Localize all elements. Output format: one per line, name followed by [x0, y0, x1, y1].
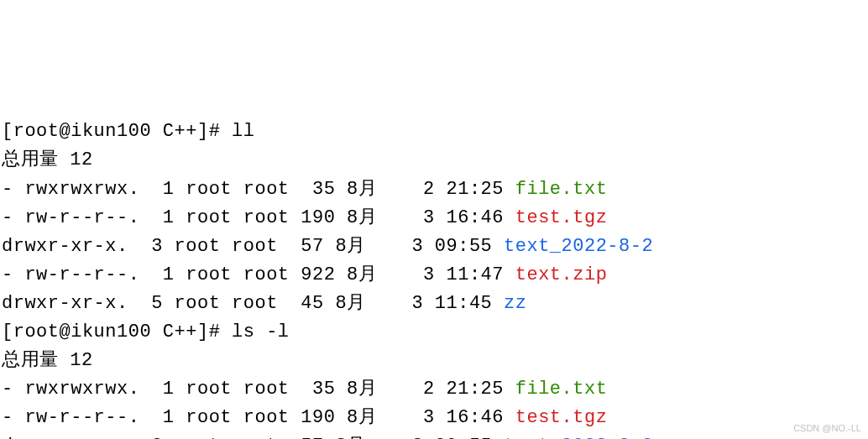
time: 16:46 — [447, 407, 505, 428]
day: 3 — [411, 264, 434, 285]
month: 8月 — [347, 407, 377, 428]
owner: root — [175, 236, 221, 257]
prompt-user-host: root@ikun100 — [13, 321, 151, 342]
month: 8月 — [347, 179, 377, 200]
group: root — [243, 264, 290, 285]
time: 21:25 — [447, 379, 505, 400]
watermark: CSDN @NO.-LL — [793, 421, 861, 436]
file-name: file.txt — [515, 179, 608, 200]
month: 8月 — [335, 293, 365, 314]
file-name: text_2022-8-2 — [504, 236, 653, 257]
listing-2: - rwxrwxrwx. 1 root root 35 8月 2 21:25 f… — [2, 379, 653, 439]
size: 45 — [290, 293, 324, 314]
owner: root — [175, 293, 221, 314]
month: 8月 — [347, 264, 377, 285]
size: 57 — [290, 436, 324, 439]
size: 35 — [301, 379, 335, 400]
list-row: - rw-r--r--. 1 root root 190 8月 3 16:46 … — [2, 407, 607, 428]
command-text: ls -l — [232, 321, 290, 342]
links: 3 — [151, 236, 163, 257]
time: 11:47 — [447, 264, 505, 285]
terminal-output: [root@ikun100 C++]# ll 总用量 12 - rwxrwxrw… — [2, 118, 866, 439]
time: 11:45 — [435, 293, 493, 314]
day: 3 — [400, 436, 423, 439]
list-row: - rw-r--r--. 1 root root 922 8月 3 11:47 … — [2, 264, 607, 285]
total-line-2: 总用量 12 — [2, 350, 93, 371]
prompt-line-2[interactable]: [root@ikun100 C++]# ls -l — [2, 321, 290, 342]
time: 09:55 — [435, 236, 493, 257]
links: 1 — [163, 179, 175, 200]
prompt-user-host: root@ikun100 — [13, 121, 151, 142]
size: 190 — [301, 407, 335, 428]
prompt-cwd: C++ — [163, 121, 197, 142]
group: root — [232, 236, 278, 257]
file-name: text_2022-8-2 — [504, 436, 653, 439]
perm: - rwxrwxrwx. — [2, 179, 139, 200]
links: 3 — [151, 436, 163, 439]
file-name: test.tgz — [515, 207, 608, 228]
prompt-line-1[interactable]: [root@ikun100 C++]# ll — [2, 121, 254, 142]
file-name: file.txt — [515, 379, 608, 400]
prompt-symbol: # — [209, 121, 221, 142]
group: root — [243, 179, 290, 200]
time: 16:46 — [447, 207, 505, 228]
owner: root — [186, 264, 232, 285]
file-name: test.tgz — [515, 407, 608, 428]
group: root — [232, 436, 278, 439]
perm: - rwxrwxrwx. — [2, 379, 139, 400]
listing-1: - rwxrwxrwx. 1 root root 35 8月 2 21:25 f… — [2, 179, 653, 314]
day: 3 — [411, 207, 434, 228]
perm: drwxr-xr-x. — [2, 436, 128, 439]
links: 1 — [163, 264, 175, 285]
day: 3 — [400, 236, 423, 257]
month: 8月 — [335, 236, 365, 257]
day: 3 — [411, 407, 434, 428]
time: 21:25 — [447, 179, 505, 200]
day: 2 — [411, 379, 434, 400]
list-row: drwxr-xr-x. 3 root root 57 8月 3 09:55 te… — [2, 436, 653, 439]
perm: - rw-r--r--. — [2, 264, 139, 285]
list-row: drwxr-xr-x. 3 root root 57 8月 3 09:55 te… — [2, 236, 653, 257]
group: root — [243, 407, 290, 428]
list-row: - rwxrwxrwx. 1 root root 35 8月 2 21:25 f… — [2, 179, 607, 200]
group: root — [232, 293, 278, 314]
size: 190 — [301, 207, 335, 228]
links: 1 — [163, 407, 175, 428]
owner: root — [186, 179, 232, 200]
owner: root — [186, 407, 232, 428]
command-text: ll — [232, 121, 254, 142]
size: 57 — [290, 236, 324, 257]
links: 5 — [151, 293, 163, 314]
perm: drwxr-xr-x. — [2, 236, 128, 257]
total-line-1: 总用量 12 — [2, 149, 93, 170]
month: 8月 — [347, 207, 377, 228]
prompt-close: ] — [197, 121, 209, 142]
owner: root — [186, 379, 232, 400]
links: 1 — [163, 207, 175, 228]
day: 3 — [400, 293, 423, 314]
list-row: - rwxrwxrwx. 1 root root 35 8月 2 21:25 f… — [2, 379, 607, 400]
day: 2 — [411, 179, 434, 200]
file-name: zz — [504, 293, 526, 314]
perm: - rw-r--r--. — [2, 207, 139, 228]
file-name: text.zip — [515, 264, 608, 285]
perm: drwxr-xr-x. — [2, 293, 128, 314]
group: root — [243, 207, 290, 228]
list-row: drwxr-xr-x. 5 root root 45 8月 3 11:45 zz — [2, 293, 526, 314]
owner: root — [175, 436, 221, 439]
list-row: - rw-r--r--. 1 root root 190 8月 3 16:46 … — [2, 207, 607, 228]
links: 1 — [163, 379, 175, 400]
prompt-symbol: # — [209, 321, 221, 342]
prompt-open: [ — [2, 321, 13, 342]
group: root — [243, 379, 290, 400]
month: 8月 — [335, 436, 365, 439]
size: 35 — [301, 179, 335, 200]
prompt-open: [ — [2, 121, 13, 142]
prompt-cwd: C++ — [163, 321, 197, 342]
size: 922 — [301, 264, 335, 285]
perm: - rw-r--r--. — [2, 407, 139, 428]
owner: root — [186, 207, 232, 228]
month: 8月 — [347, 379, 377, 400]
time: 09:55 — [435, 436, 493, 439]
prompt-close: ] — [197, 321, 209, 342]
